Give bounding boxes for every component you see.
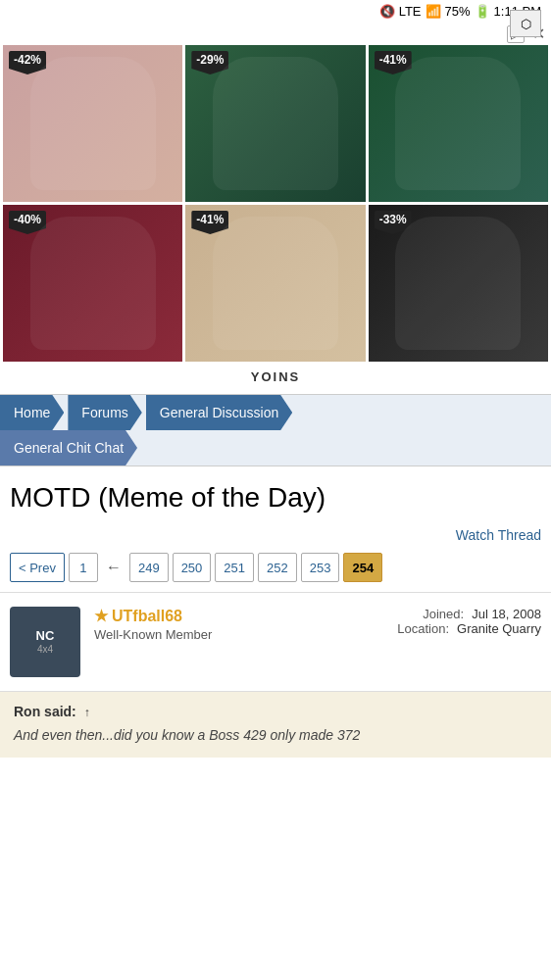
page-253-button[interactable]: 253 xyxy=(301,553,340,582)
avatar-sub: 4x4 xyxy=(36,644,55,655)
page-252-button[interactable]: 252 xyxy=(258,553,297,582)
page-254-button[interactable]: 254 xyxy=(343,553,382,582)
breadcrumb-row: Home Forums General Discussion ⬡ xyxy=(0,395,551,430)
page-249-button[interactable]: 249 xyxy=(129,553,169,582)
ad-item[interactable]: -41% xyxy=(185,205,365,362)
username-label[interactable]: UTfball68 xyxy=(112,608,182,625)
post-header: NC 4x4 ★ UTfball68 Well-Known Member Joi… xyxy=(0,592,551,691)
breadcrumb-share-button[interactable]: ⬡ xyxy=(510,0,541,47)
page-title: MOTD (Meme of the Day) xyxy=(10,482,541,514)
breadcrumb-general-chit-chat[interactable]: General Chit Chat xyxy=(0,430,137,466)
page-title-section: MOTD (Meme of the Day) xyxy=(0,466,551,523)
page-arrow-icon: ← xyxy=(102,559,125,576)
quote-box: Ron said: ↑ And even then...did you know… xyxy=(0,691,551,758)
joined-date: Jul 18, 2008 xyxy=(472,607,541,621)
user-meta-location-row: Location: Granite Quarry xyxy=(397,621,541,636)
watch-row: Watch Thread xyxy=(0,523,551,547)
ad-grid: -42% -29% -41% -40% -41% -33% xyxy=(0,45,551,362)
signal-icon: 📶 xyxy=(426,4,441,19)
battery-icon: 🔋 xyxy=(475,4,490,19)
ad-item[interactable]: -42% xyxy=(3,45,182,202)
user-star-icon: ★ xyxy=(94,607,108,625)
status-bar: 🔇 LTE 📶 75% 🔋 1:11 PM xyxy=(0,0,551,23)
battery-level: 75% xyxy=(445,4,471,19)
user-role: Well-Known Member xyxy=(94,627,397,642)
location-label: Location: xyxy=(397,621,449,636)
user-avatar: NC 4x4 xyxy=(10,607,80,677)
location-value: Granite Quarry xyxy=(457,621,541,636)
user-name: ★ UTfball68 xyxy=(94,607,397,625)
page-251-button[interactable]: 251 xyxy=(215,553,254,582)
breadcrumb-row-2: General Chit Chat xyxy=(0,430,551,466)
watch-thread-link[interactable]: Watch Thread xyxy=(456,527,541,543)
ad-item[interactable]: -29% xyxy=(185,45,365,202)
quote-author: Ron said: ↑ xyxy=(14,704,537,719)
user-meta: Joined: Jul 18, 2008 Location: Granite Q… xyxy=(397,607,541,636)
mute-icon: 🔇 xyxy=(379,4,395,19)
prev-page-button[interactable]: < Prev xyxy=(10,553,65,582)
ad-container: ▷ ✕ -42% -29% -41% -40% -41% -33% YOINS xyxy=(0,23,551,394)
ad-brand: YOINS xyxy=(0,362,551,394)
page-250-button[interactable]: 250 xyxy=(173,553,212,582)
pagination-row: < Prev 1 ← 249 250 251 252 253 254 xyxy=(0,547,551,592)
ad-item[interactable]: -40% xyxy=(3,205,182,362)
page-1-button[interactable]: 1 xyxy=(69,553,98,582)
user-meta-joined-row: Joined: Jul 18, 2008 xyxy=(397,607,541,621)
lte-label: LTE xyxy=(399,4,422,19)
joined-label: Joined: xyxy=(423,607,464,621)
ad-controls[interactable]: ▷ ✕ xyxy=(0,23,551,45)
quote-text: And even then...did you know a Boss 429 … xyxy=(14,725,537,746)
ad-item[interactable]: -41% xyxy=(369,45,548,202)
breadcrumb-forums[interactable]: Forums xyxy=(68,395,141,430)
breadcrumb-general-discussion[interactable]: General Discussion xyxy=(146,395,292,430)
ad-item[interactable]: -33% xyxy=(369,205,548,362)
quote-arrow-icon: ↑ xyxy=(84,706,90,719)
quote-author-text: Ron said: xyxy=(14,704,76,719)
breadcrumb-section: Home Forums General Discussion ⬡ General… xyxy=(0,394,551,466)
user-info: ★ UTfball68 Well-Known Member xyxy=(94,607,397,642)
breadcrumb-home[interactable]: Home xyxy=(0,395,64,430)
avatar-text: NC xyxy=(36,629,55,643)
